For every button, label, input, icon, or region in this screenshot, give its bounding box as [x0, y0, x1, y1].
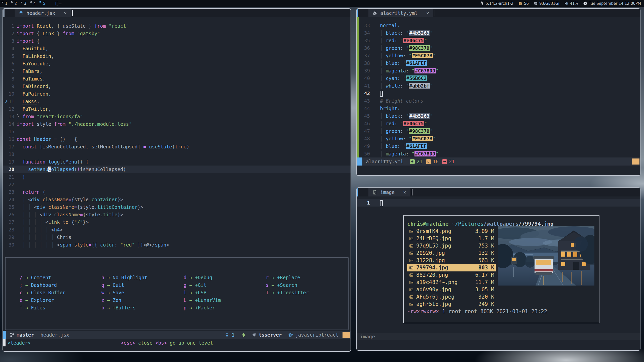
file-row[interactable]: aghr5Ip.jpg249 K — [407, 301, 496, 308]
whichkey-binding-;[interactable]: ;→Dashboard — [20, 281, 101, 289]
code-line[interactable]: 45│ black: "#4b5263" — [357, 112, 640, 120]
file-row[interactable]: ad6v90y.jpg3.05 M — [407, 286, 496, 293]
code-area-image-buffer[interactable]: 1 — [357, 196, 640, 214]
whichkey-binding-h[interactable]: h→No Highlight — [101, 274, 184, 281]
file-row[interactable]: 24LrDFQ.jpg1.7 M — [407, 235, 496, 242]
code-line[interactable]: 29│ │ │ │ │ │ │ Chris — [3, 233, 351, 241]
code-line[interactable]: 26│ │ │ │ <div className={style.title}> — [3, 211, 351, 218]
command-line[interactable]: <leader> <esc> close <bs> go up one leve… — [3, 339, 351, 347]
code-line[interactable]: 18│ — [3, 150, 351, 158]
whichkey-binding-g[interactable]: g→+Git — [184, 281, 266, 289]
file-row[interactable]: 31228.jpg563 K — [407, 257, 496, 264]
whichkey-binding-s[interactable]: s→+Search — [266, 281, 348, 289]
code-line[interactable]: 22│ — [3, 181, 351, 188]
whichkey-binding-z[interactable]: z→Zen — [101, 296, 184, 304]
code-area-header-jsx[interactable]: 1import React, { useState } from "react"… — [3, 17, 351, 257]
code-line[interactable]: 36│ green: "#98C379" — [357, 44, 640, 52]
scroll-position-indicator[interactable] — [343, 332, 350, 338]
code-line[interactable]: 15 — [3, 128, 351, 135]
whichkey-binding-b[interactable]: b→+Buffers — [101, 304, 184, 311]
code-line[interactable]: 48│ yellow: "#E5C07B" — [357, 135, 640, 142]
code-line[interactable]: 5│ FaLinkedin, — [3, 52, 351, 60]
code-line[interactable]: 17│ const [isMenuCollapsed, setMenuColla… — [3, 143, 351, 150]
tab-header-jsx[interactable]: header.jsx × — [15, 9, 71, 17]
code-line[interactable]: 49│ blue: "#61AFEF" — [357, 142, 640, 150]
whichkey-binding-r[interactable]: r→+Replace — [266, 274, 348, 281]
code-line[interactable]: 44bright: — [357, 105, 640, 112]
whichkey-binding-d[interactable]: d→+Debug — [184, 274, 266, 281]
git-branch-name[interactable]: master — [17, 332, 34, 338]
file-row[interactable]: AFq5r6j.jpeg320 K — [407, 293, 496, 301]
whichkey-binding-/[interactable]: /→Comment — [20, 274, 101, 281]
workspace-3[interactable]: 3 — [23, 1, 26, 6]
code-line[interactable]: 27│ │ │ │ │ <Link to={"/"}> — [3, 218, 351, 226]
code-line[interactable]: 34│ black: "#4b5263" — [357, 29, 640, 37]
code-line[interactable]: 40│ cyan: "#56B6C2" — [357, 74, 640, 82]
tab-image[interactable]: image × — [368, 188, 410, 196]
tab-close-button[interactable]: × — [403, 189, 406, 195]
file-row[interactable]: 882720.png6.17 M — [407, 271, 496, 279]
code-line[interactable]: 30│ │ │ │ │ │ │ <span style={{ color: "r… — [3, 241, 351, 249]
code-line[interactable]: 33normal: — [357, 22, 640, 29]
code-line[interactable]: 28│ │ │ │ │ │ <h4> — [3, 226, 351, 233]
code-line[interactable]: 39│ magenta: "#C678DD" — [357, 67, 640, 74]
code-line[interactable]: 21│ } — [3, 173, 351, 181]
whichkey-binding-p[interactable]: p→+Packer — [184, 304, 266, 311]
code-line[interactable]: 41│ white: "#abb2bf" — [357, 82, 640, 90]
code-line[interactable]: 1import React, { useState } from "react" — [3, 22, 351, 30]
code-line[interactable]: 10│ FaPatreon, — [3, 90, 351, 98]
code-line[interactable]: 16const Header = () ⇒ { — [3, 135, 351, 143]
code-line[interactable]: 42 — [357, 90, 640, 97]
whichkey-binding-T[interactable]: T→+Treesitter — [266, 289, 348, 296]
workspace-5-active[interactable]: 5 — [42, 1, 45, 6]
code-line[interactable]: 4│ FaGithub, — [3, 45, 351, 52]
whichkey-popup: /→Comment;→Dashboardc→Close Buffere→Expl… — [5, 257, 349, 330]
code-line[interactable]: 24│ │ <div className={style.container}> — [3, 196, 351, 203]
code-text: │ FaGithub, — [17, 45, 48, 52]
code-line[interactable]: 1 — [357, 199, 640, 207]
whichkey-binding-l[interactable]: l→+LSP — [184, 289, 266, 296]
whichkey-binding-f[interactable]: f→Files — [20, 304, 101, 311]
code-area-alacritty-yml[interactable]: 33normal:34│ black: "#4b5263"35│ red: "#… — [357, 17, 640, 157]
workspace-4[interactable]: 4 — [33, 1, 36, 6]
whichkey-binding-c[interactable]: c→Close Buffer — [20, 289, 101, 296]
code-line[interactable]: 19│ function toggleMenu() { — [3, 158, 351, 166]
tab-alacritty-yml[interactable]: alacritty.yml × — [368, 9, 433, 17]
file-row[interactable]: 20920.jpg132 K — [407, 250, 496, 257]
file-row[interactable]: 97q9L5D.jpg753 K — [407, 242, 496, 250]
code-line[interactable]: 43# Bright colors — [357, 97, 640, 105]
code-line[interactable]: 50│ magenta: "#C678DD" — [357, 150, 640, 157]
code-line[interactable]: 2import { Link } from "gatsby" — [3, 30, 351, 37]
tab-close-button[interactable]: × — [64, 10, 66, 16]
code-line[interactable]: 7│ FaBars, — [3, 67, 351, 75]
file-row-selected[interactable]: 799794.jpg803 K — [407, 264, 496, 271]
layout-indicator[interactable]: []= — [55, 1, 62, 6]
code-line[interactable]: 12│ FaTwitter, — [3, 105, 351, 113]
code-line[interactable]: 38│ blue: "#61AFEF" — [357, 59, 640, 67]
code-line[interactable]: 46│ red: "#e06c75" — [357, 120, 640, 127]
code-line[interactable]: 9│ FaDiscord, — [3, 83, 351, 90]
code-line[interactable]: 11│ FaRss, — [3, 98, 351, 105]
workspace-1[interactable]: 1 — [5, 1, 8, 6]
code-line[interactable]: 3import { — [3, 37, 351, 45]
code-line[interactable]: 6│ FaYoutube, — [3, 60, 351, 67]
code-line[interactable]: 23│ return ( — [3, 188, 351, 196]
code-line[interactable]: 37│ yellow: "#E5C07B" — [357, 52, 640, 59]
code-line[interactable]: 25│ │ │ <div className={style.titleConta… — [3, 203, 351, 211]
file-row[interactable]: a19c482f~.png11.7 M — [407, 279, 496, 286]
whichkey-binding-q[interactable]: q→Quit — [101, 281, 184, 289]
whichkey-binding-w[interactable]: w→Save — [101, 289, 184, 296]
code-line[interactable]: 47│ green: "#98C379" — [357, 127, 640, 135]
whichkey-binding-L[interactable]: L→+LunarVim — [184, 296, 266, 304]
code-line[interactable]: 8│ FaTimes, — [3, 75, 351, 83]
code-line[interactable]: 14import style from "./header.module.les… — [3, 120, 351, 128]
scroll-position-indicator[interactable] — [632, 158, 639, 165]
whichkey-binding-e[interactable]: e→Explorer — [20, 296, 101, 304]
code-line[interactable]: 20│ setMenuCollapsed(!isMenuCollapsed) — [3, 166, 351, 173]
tab-close-button[interactable]: × — [426, 10, 429, 16]
code-line[interactable]: 13} from "react-icons/fa" — [3, 113, 351, 120]
diagnostic-count[interactable]: 1 — [232, 332, 234, 338]
workspace-2[interactable]: 2 — [14, 1, 17, 6]
code-line[interactable]: 35│ red: "#e06c75" — [357, 37, 640, 44]
file-row[interactable]: 9rsmTK4.png3.09 M — [407, 228, 496, 235]
